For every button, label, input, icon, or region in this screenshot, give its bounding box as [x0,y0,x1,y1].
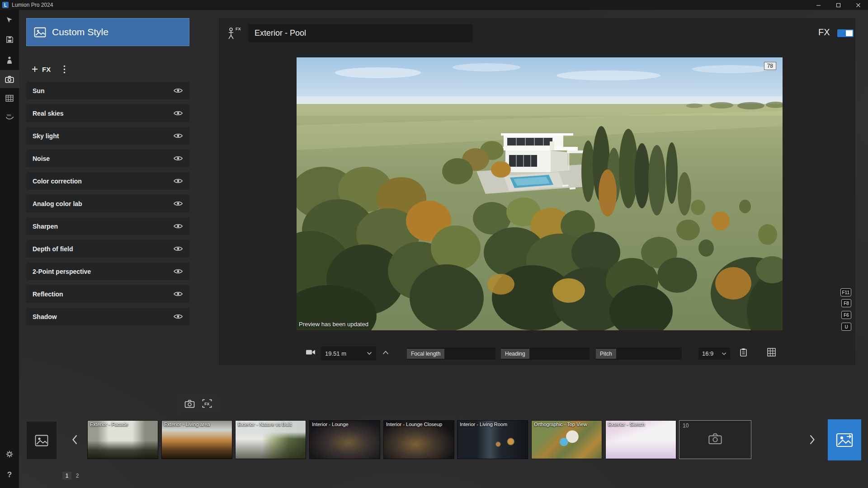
fx-toggle-label: FX [818,27,830,38]
eye-icon[interactable] [173,132,183,139]
shortcut-key-f6: F6 [841,311,851,319]
lumion-home-icon[interactable] [0,11,19,29]
photoset-icon [35,435,48,446]
strip-prev-button[interactable] [68,433,81,446]
quality-badge: 78 [764,62,776,70]
svg-text:FX: FX [236,27,241,31]
copy-camera-icon[interactable] [740,348,747,359]
help-icon[interactable]: ? [0,467,19,483]
render-photo-button[interactable] [828,419,861,460]
thumbnail-exterior-sketch[interactable]: Exterior - Sketch [605,420,676,459]
shortcut-key-f8: F8 [841,299,851,307]
render-photo-icon [836,433,853,447]
effect-row-sun[interactable]: Sun [26,82,189,99]
custom-style-icon [34,27,46,38]
capture-tab: FX [176,394,220,415]
eye-icon[interactable] [173,268,183,275]
collapse-panel-button[interactable] [382,348,389,357]
camera-distance-field[interactable]: 19.51 m [321,347,376,360]
svg-text:FX: FX [204,402,209,406]
camera-controls-bar: 19.51 m Focal length Heading Pitch 16:9 [219,347,855,361]
camera-height-icon [306,348,316,358]
shortcut-key-u: U [841,323,851,331]
shortcut-key-f11: F11 [840,288,852,296]
effect-row-analog-color-lab[interactable]: Analog color lab [26,195,189,212]
custom-style-title: Custom Style [52,27,108,38]
thumbnail-interior-living-room[interactable]: Interior - Living Room [457,420,528,459]
aspect-ratio-value: 16:9 [702,350,713,357]
photoset-button[interactable] [27,422,57,459]
grid-overlay-icon[interactable] [767,348,776,358]
add-fx-label[interactable]: FX [42,66,51,73]
kebab-menu-icon [63,65,66,74]
photo-fx-icon: FX [227,26,242,41]
effect-row-noise[interactable]: Noise [26,150,189,167]
pitch-field[interactable]: Pitch [596,347,682,360]
fx-toggle-knob [846,30,853,36]
close-button[interactable] [848,0,868,10]
render-viewport[interactable]: 78 Preview has been updated [297,57,783,330]
eye-icon[interactable] [173,245,183,252]
photo-mode-icon[interactable] [0,70,19,88]
chevron-down-icon [722,352,726,356]
minimize-button[interactable] [808,0,828,10]
eye-icon[interactable] [173,313,183,320]
maximize-button[interactable] [828,0,848,10]
effect-row-real-skies[interactable]: Real skies [26,104,189,122]
window-title: Lumion Pro 2024 [12,2,53,8]
render-preview-image [297,57,783,330]
custom-style-header[interactable]: Custom Style [26,18,189,46]
heading-label: Heading [501,349,529,359]
titlebar: L Lumion Pro 2024 [0,0,868,10]
effect-row-color-correction[interactable]: Color correction [26,172,189,190]
thumbnail-interior-lounge[interactable]: Interior - Lounge [309,420,380,459]
thumbnail-exterior-facade[interactable]: Exterior - Facade [87,420,158,459]
take-photo-button[interactable] [184,399,195,410]
page-indicator-1[interactable]: 1 [62,472,71,479]
add-fx-button[interactable] [32,66,38,72]
effect-row-sky-light[interactable]: Sky light [26,127,189,145]
aspect-ratio-dropdown[interactable]: 16:9 [698,347,730,360]
eye-icon[interactable] [173,178,183,184]
thumbnail-orthographic-top-view[interactable]: Orthographic - Top View [531,420,602,459]
photo-name-input[interactable] [248,24,472,42]
pitch-label: Pitch [596,349,616,359]
eye-icon[interactable] [173,110,183,117]
fx-menu-button[interactable] [63,65,66,74]
svg-text:360: 360 [7,114,11,117]
preview-status-text: Preview has been updated [299,321,368,328]
photo-panel: FX FX [219,18,855,365]
fx-toggle[interactable] [837,29,854,37]
effect-row-reflection[interactable]: Reflection [26,285,189,303]
eye-icon[interactable] [173,155,183,162]
chevron-down-icon[interactable] [367,352,372,355]
thumbnail-interior-lounge-closeup[interactable]: Interior - Lounge Closeup [383,420,454,459]
focal-length-field[interactable]: Focal length [407,347,495,360]
empty-photo-slot[interactable]: 10 [679,420,751,459]
save-project-icon[interactable] [0,30,19,48]
style-mode-icon[interactable] [0,51,19,69]
eye-icon[interactable] [173,291,183,297]
heading-field[interactable]: Heading [501,347,590,360]
slot-number: 10 [683,422,689,429]
plus-icon [32,66,38,72]
panorama-mode-icon[interactable]: 360 [0,108,19,126]
effect-row-sharpen[interactable]: Sharpen [26,217,189,235]
effect-row-depth-of-field[interactable]: Depth of field [26,240,189,258]
thumbnail-exterior-living-area[interactable]: Exterior - Living area [161,420,232,459]
eye-icon[interactable] [173,87,183,94]
eye-icon[interactable] [173,223,183,230]
focal-length-label: Focal length [407,349,444,359]
movie-mode-icon[interactable] [0,89,19,107]
strip-next-button[interactable] [805,433,819,446]
camera-distance-value: 19.51 m [325,350,346,357]
update-photo-fx-button[interactable]: FX [202,399,212,410]
effect-row-2-point-perspective[interactable]: 2-Point perspective [26,263,189,280]
fx-add-row: FX [26,62,189,76]
effect-row-shadow[interactable]: Shadow [26,308,189,325]
settings-icon[interactable] [0,445,19,463]
lumion-logo-icon: L [2,2,9,8]
thumbnail-exterior-nature-vs-built[interactable]: Exterior - Nature vs Built [235,420,306,459]
page-indicator-2[interactable]: 2 [74,472,81,479]
eye-icon[interactable] [173,200,183,207]
